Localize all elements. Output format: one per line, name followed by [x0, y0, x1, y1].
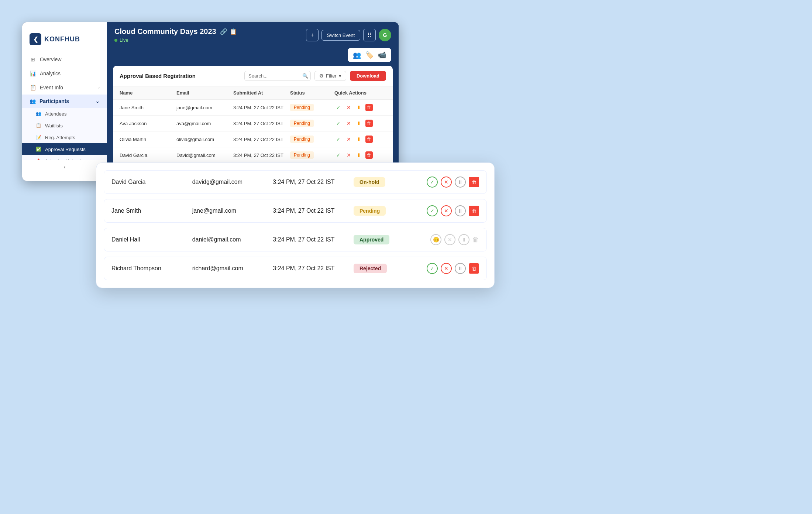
- header-row2: 👥 🏷️ 📹: [107, 48, 399, 66]
- floating-delete-icon[interactable]: 🗑: [472, 236, 479, 244]
- floating-submitted: 3:24 PM, 27 Oct 22 IST: [273, 208, 354, 214]
- hold-icon[interactable]: ⏸: [355, 103, 363, 112]
- video-tool-icon[interactable]: 📹: [376, 50, 388, 60]
- user-avatar[interactable]: G: [379, 29, 391, 41]
- approve-icon[interactable]: ✓: [334, 119, 343, 127]
- floating-approve-icon[interactable]: 😊: [430, 234, 441, 245]
- sidebar-item-analytics[interactable]: 📊 Analytics: [22, 66, 107, 80]
- add-button[interactable]: +: [306, 29, 319, 41]
- table-row: Olivia Martin olivia@gmail.com 3:24 PM, …: [113, 131, 393, 147]
- row-email: olivia@gmail.com: [176, 137, 233, 142]
- sidebar-item-attendee-uploads[interactable]: 📤 Attendee Uploads: [22, 155, 107, 160]
- floating-approve-icon[interactable]: ✓: [427, 205, 438, 216]
- sidebar-item-attendees[interactable]: 👥 Attendees: [22, 108, 107, 120]
- floating-email: davidg@gmail.com: [192, 179, 273, 185]
- floating-hold-icon[interactable]: ⏸: [455, 263, 466, 274]
- status-badge: Pending: [290, 104, 314, 111]
- sidebar-item-approval-requests[interactable]: ✅ Approval Requests: [22, 143, 107, 155]
- row-submitted: 3:24 PM, 27 Oct 22 IST: [233, 153, 290, 158]
- floating-quick-actions: ✓ ✕ ⏸ 🗑: [405, 263, 479, 274]
- sidebar-item-participants[interactable]: 👥 Participants ⌄: [22, 95, 107, 108]
- row-submitted: 3:24 PM, 27 Oct 22 IST: [233, 137, 290, 142]
- download-button[interactable]: Download: [350, 71, 386, 81]
- chevron-down-icon: ⌄: [95, 98, 100, 104]
- hold-icon[interactable]: ⏸: [355, 119, 363, 127]
- floating-status-badge: Rejected: [354, 264, 387, 273]
- floating-delete-icon[interactable]: 🗑: [469, 206, 479, 216]
- switch-event-button[interactable]: Switch Event: [321, 30, 360, 41]
- top-bar: Cloud Community Days 2023 🔗 📋 Live + Swi…: [107, 22, 399, 48]
- participants-icon: 👥: [30, 98, 36, 104]
- approve-icon[interactable]: ✓: [334, 135, 343, 143]
- reject-icon[interactable]: ✕: [345, 119, 353, 127]
- floating-reject-icon[interactable]: ✕: [441, 263, 452, 274]
- reject-icon[interactable]: ✕: [345, 135, 353, 143]
- sidebar-item-waitlists[interactable]: 📋 Waitlists: [22, 120, 107, 131]
- status-badge: Pending: [290, 120, 314, 127]
- tag-tool-icon[interactable]: 🏷️: [364, 50, 375, 60]
- row-name: Ava Jackson: [120, 121, 176, 126]
- floating-delete-icon[interactable]: 🗑: [469, 263, 479, 274]
- floating-reject-icon[interactable]: ✕: [444, 234, 455, 245]
- col-status: Status: [290, 90, 334, 96]
- top-bar-actions: + Switch Event ⠿ G: [306, 29, 391, 41]
- row-email: David@gmail.com: [176, 153, 233, 158]
- floating-reject-icon[interactable]: ✕: [441, 177, 452, 188]
- search-box: 🔍: [244, 71, 311, 81]
- floating-status: Rejected: [354, 264, 405, 273]
- sidebar-item-overview[interactable]: ⊞ Overview: [22, 52, 107, 66]
- status-badge: Pending: [290, 151, 314, 159]
- filter-button[interactable]: ⚙ Filter ▾: [314, 71, 346, 81]
- floating-status-badge: Pending: [354, 206, 386, 216]
- row-status: Pending: [290, 120, 334, 127]
- floating-approve-icon[interactable]: ✓: [427, 177, 438, 188]
- overview-label: Overview: [40, 56, 61, 62]
- reg-attempts-icon: 📝: [35, 134, 41, 140]
- people-tool-icon[interactable]: 👥: [351, 50, 362, 60]
- event-title: Cloud Community Days 2023 🔗 📋: [114, 27, 237, 36]
- floating-delete-icon[interactable]: 🗑: [469, 177, 479, 187]
- floating-status-badge: Approved: [354, 235, 389, 244]
- delete-icon[interactable]: 🗑: [365, 104, 373, 111]
- col-name: Name: [120, 90, 176, 96]
- sidebar-item-event-info[interactable]: 📋 Event Info ›: [22, 80, 107, 95]
- sidebar-collapse-button[interactable]: ‹: [22, 160, 107, 174]
- link-icon[interactable]: 🔗: [220, 28, 227, 35]
- delete-icon[interactable]: 🗑: [365, 136, 373, 143]
- approve-icon[interactable]: ✓: [334, 103, 343, 112]
- event-info-icon: 📋: [30, 84, 36, 91]
- attendees-icon: 👥: [35, 111, 41, 117]
- reject-icon[interactable]: ✕: [345, 103, 353, 112]
- delete-icon[interactable]: 🗑: [365, 120, 373, 127]
- floating-hold-icon[interactable]: ⏸: [455, 205, 466, 216]
- event-title-icons: 🔗 📋: [220, 28, 237, 35]
- sidebar: ❮ KONFHUB ⊞ Overview 📊 Analytics 📋 Event…: [22, 22, 107, 181]
- hold-icon[interactable]: ⏸: [355, 135, 363, 143]
- floating-status: Approved: [354, 235, 405, 244]
- floating-name: Richard Thompson: [111, 265, 192, 272]
- content-area: Cloud Community Days 2023 🔗 📋 Live + Swi…: [107, 22, 399, 181]
- floating-hold-icon[interactable]: ⏸: [455, 177, 466, 188]
- reject-icon[interactable]: ✕: [345, 151, 353, 159]
- reg-attempts-label: Reg. Attempts: [45, 135, 75, 140]
- registration-panel: Approval Based Registration 🔍 ⚙ Filter ▾…: [113, 66, 393, 175]
- analytics-label: Analytics: [40, 71, 61, 76]
- row-email: jane@gmail.com: [176, 105, 233, 110]
- quick-actions: ✓ ✕ ⏸ 🗑: [334, 103, 386, 112]
- grid-icon-button[interactable]: ⠿: [363, 29, 376, 41]
- row-name: Jane Smith: [120, 105, 176, 110]
- search-input[interactable]: [248, 73, 300, 79]
- table-header: Name Email Submitted At Status Quick Act…: [113, 86, 393, 100]
- approve-icon[interactable]: ✓: [334, 151, 343, 159]
- delete-icon[interactable]: 🗑: [365, 151, 373, 159]
- status-badge: Pending: [290, 136, 314, 143]
- floating-hold-icon[interactable]: ⏸: [458, 234, 469, 245]
- floating-table-row: Richard Thompson richard@gmail.com 3:24 …: [104, 257, 487, 280]
- sidebar-item-reg-attempts[interactable]: 📝 Reg. Attempts: [22, 131, 107, 143]
- participants-submenu: 👥 Attendees 📋 Waitlists 📝 Reg. Attempts …: [22, 108, 107, 160]
- copy-icon[interactable]: 📋: [230, 28, 237, 35]
- floating-reject-icon[interactable]: ✕: [441, 205, 452, 216]
- hold-icon[interactable]: ⏸: [355, 151, 363, 159]
- floating-approve-icon[interactable]: ✓: [427, 263, 438, 274]
- live-badge: Live: [114, 37, 237, 43]
